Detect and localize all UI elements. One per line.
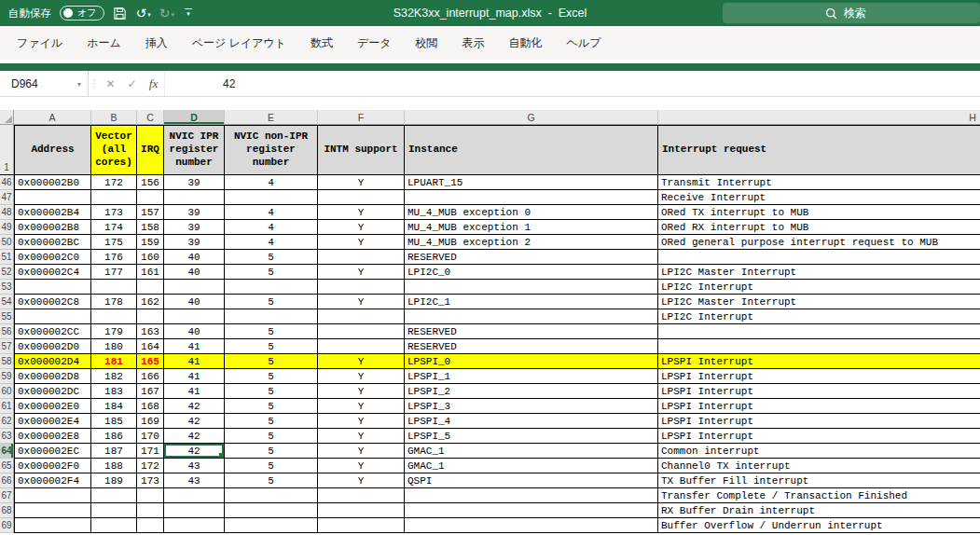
cell-E60[interactable]: 5	[225, 384, 318, 399]
row-header-68[interactable]: 68	[0, 503, 14, 518]
cell-C61[interactable]: 168	[137, 399, 164, 414]
insert-function-button[interactable]: fx	[143, 71, 164, 96]
header-cell-instance[interactable]: Instance	[405, 125, 658, 175]
cell-C52[interactable]: 161	[137, 265, 164, 280]
cell-E58[interactable]: 5	[225, 354, 318, 369]
cell-F69[interactable]	[318, 518, 405, 533]
cell-H63[interactable]: LPSPI Interrupt	[658, 429, 980, 444]
cancel-button[interactable]: ✕	[100, 71, 121, 96]
cell-B58[interactable]: 181	[91, 354, 137, 369]
cell-D68[interactable]	[164, 503, 225, 518]
row-header-51[interactable]: 51	[0, 250, 14, 265]
row-header-58[interactable]: 58	[0, 354, 14, 369]
cell-G56[interactable]: RESERVED	[405, 324, 658, 339]
ribbon-tab-5[interactable]: 数式	[298, 26, 345, 60]
cell-C48[interactable]: 157	[137, 205, 164, 220]
cell-A63[interactable]: 0x000002E8	[14, 429, 91, 444]
enter-button[interactable]: ✓	[121, 71, 143, 96]
cell-C69[interactable]	[137, 518, 164, 533]
cell-F67[interactable]	[318, 488, 405, 503]
cell-B63[interactable]: 186	[91, 429, 137, 444]
cell-D66[interactable]: 43	[164, 473, 225, 488]
cell-C54[interactable]: 162	[137, 295, 164, 309]
cell-C67[interactable]	[137, 488, 164, 503]
cell-E66[interactable]: 5	[225, 473, 318, 488]
cell-A49[interactable]: 0x000002B8	[14, 220, 91, 235]
row-header-61[interactable]: 61	[0, 399, 14, 414]
cell-D52[interactable]: 40	[164, 265, 225, 280]
cell-F54[interactable]: Y	[318, 295, 405, 309]
ribbon-tab-7[interactable]: 校閲	[404, 26, 450, 60]
header-cell-irq[interactable]: IRQ	[137, 125, 164, 175]
cell-B59[interactable]: 182	[91, 369, 137, 384]
cell-H68[interactable]: RX Buffer Drain interrupt	[658, 503, 980, 518]
row-header-48[interactable]: 48	[0, 205, 14, 220]
cell-B47[interactable]	[91, 190, 137, 205]
cell-G68[interactable]	[405, 503, 658, 518]
cell-F56[interactable]	[318, 324, 405, 339]
header-cell-non_ipr[interactable]: NVIC non-IPR register number	[225, 125, 318, 175]
cell-E59[interactable]: 5	[225, 369, 318, 384]
cell-B57[interactable]: 180	[91, 339, 137, 354]
select-all-button[interactable]	[0, 110, 14, 125]
name-box[interactable]: D964 ▾	[0, 71, 89, 96]
cell-H47[interactable]: Receive Interrupt	[658, 190, 980, 205]
row-header-46[interactable]: 46	[0, 175, 14, 190]
cell-A52[interactable]: 0x000002C4	[14, 265, 91, 280]
cell-F53[interactable]	[318, 280, 405, 295]
header-cell-request[interactable]: Interrupt request	[658, 125, 980, 175]
cell-E55[interactable]	[225, 309, 318, 324]
cell-G55[interactable]	[405, 309, 658, 324]
cell-A68[interactable]	[14, 503, 91, 518]
cell-F63[interactable]: Y	[318, 429, 405, 444]
cell-F59[interactable]: Y	[318, 369, 405, 384]
header-cell-ipr[interactable]: NVIC IPR register number	[164, 125, 225, 175]
cell-B56[interactable]: 179	[91, 324, 137, 339]
cell-D48[interactable]: 39	[164, 205, 225, 220]
cell-A55[interactable]	[14, 309, 91, 324]
cell-A46[interactable]: 0x000002B0	[14, 175, 91, 190]
cell-F66[interactable]: Y	[318, 473, 405, 488]
cell-D50[interactable]: 39	[164, 235, 225, 250]
cell-G48[interactable]: MU_4_MUB exception 0	[405, 205, 658, 220]
cell-H49[interactable]: ORed RX interrupt to MUB	[658, 220, 980, 235]
cell-G54[interactable]: LPI2C_1	[405, 295, 658, 309]
cell-C59[interactable]: 166	[137, 369, 164, 384]
cell-C51[interactable]: 160	[137, 250, 164, 265]
row-header-65[interactable]: 65	[0, 459, 14, 473]
row-header-47[interactable]: 47	[0, 190, 14, 205]
cell-B53[interactable]	[91, 280, 137, 295]
cell-B67[interactable]	[91, 488, 137, 503]
row-header-59[interactable]: 59	[0, 369, 14, 384]
cell-A67[interactable]	[14, 488, 91, 503]
autosave-toggle[interactable]: オフ	[60, 6, 104, 21]
cell-C62[interactable]: 169	[137, 414, 164, 429]
cell-A47[interactable]	[14, 190, 91, 205]
row-header-52[interactable]: 52	[0, 265, 14, 280]
row-header-69[interactable]: 69	[0, 518, 14, 533]
cell-C50[interactable]: 159	[137, 235, 164, 250]
cell-E61[interactable]: 5	[225, 399, 318, 414]
cell-H66[interactable]: TX Buffer Fill interrupt	[658, 473, 980, 488]
ribbon-tab-9[interactable]: 自動化	[497, 26, 555, 60]
cell-G51[interactable]: RESERVED	[405, 250, 658, 265]
cell-G65[interactable]: GMAC_1	[405, 459, 658, 473]
cell-D57[interactable]: 41	[164, 339, 225, 354]
cell-D69[interactable]	[164, 518, 225, 533]
cell-G59[interactable]: LPSPI_1	[405, 369, 658, 384]
cell-D65[interactable]: 43	[164, 459, 225, 473]
cell-B50[interactable]: 175	[91, 235, 137, 250]
header-cell-vector[interactable]: Vector (all cores)	[91, 125, 137, 175]
cell-D58[interactable]: 41	[164, 354, 225, 369]
redo-button[interactable]: ↻ ▾	[159, 7, 174, 20]
cell-C65[interactable]: 172	[137, 459, 164, 473]
cell-G57[interactable]: RESERVED	[405, 339, 658, 354]
row-header-57[interactable]: 57	[0, 339, 14, 354]
cell-D64[interactable]: 42	[164, 444, 225, 459]
cell-D63[interactable]: 42	[164, 429, 225, 444]
cell-G53[interactable]	[405, 280, 658, 295]
cell-E53[interactable]	[225, 280, 318, 295]
header-cell-address[interactable]: Address	[14, 125, 91, 175]
cell-G52[interactable]: LPI2C_0	[405, 265, 658, 280]
cell-A48[interactable]: 0x000002B4	[14, 205, 91, 220]
